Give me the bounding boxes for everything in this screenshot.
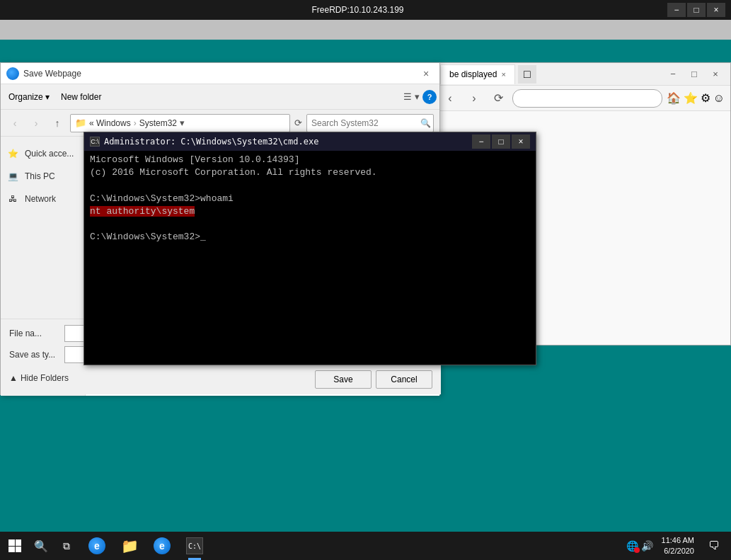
ie-pin[interactable]: e bbox=[81, 532, 113, 560]
notification-button[interactable]: 🗨 bbox=[703, 532, 725, 560]
browser-controls: − □ × bbox=[664, 67, 725, 82]
sidebar-item-network[interactable]: 🖧 Network bbox=[1, 188, 85, 210]
cmd-line5: nt authority\system bbox=[90, 205, 530, 218]
forward-button[interactable]: › bbox=[28, 115, 45, 132]
browser-tab-close[interactable]: × bbox=[501, 70, 505, 79]
favorites-icon[interactable]: ⭐ bbox=[684, 91, 698, 105]
organize-button[interactable]: Organize ▾ bbox=[4, 87, 54, 107]
quick-access-label: Quick acce... bbox=[25, 149, 74, 159]
network-error-badge bbox=[634, 547, 640, 553]
dialog-title-text: Save Webpage bbox=[23, 69, 81, 79]
cmd-title-text: Administrator: C:\Windows\System32\cmd.e… bbox=[104, 137, 318, 147]
cmd-controls: − □ × bbox=[472, 135, 530, 149]
search-input[interactable] bbox=[311, 118, 418, 128]
browser-minimize-btn[interactable]: − bbox=[664, 67, 682, 82]
ie2-pin[interactable]: e bbox=[146, 532, 178, 560]
settings-icon[interactable]: ⚙ bbox=[701, 91, 710, 105]
title-bar-text: FreeRDP:10.10.243.199 bbox=[48, 5, 667, 15]
task-view-icon: ⧉ bbox=[63, 540, 70, 552]
browser-refresh-btn[interactable]: ⟳ bbox=[488, 88, 508, 108]
title-bar: FreeRDP:10.10.243.199 − □ × bbox=[0, 0, 731, 20]
maximize-button[interactable]: □ bbox=[687, 3, 706, 17]
cmd-highlighted-text: nt authority\system bbox=[90, 206, 195, 217]
dialog-close-button[interactable]: × bbox=[418, 66, 434, 81]
view-dropdown-btn[interactable]: ▾ bbox=[415, 91, 420, 102]
ie2-pin-icon: e bbox=[154, 537, 171, 554]
cmd-maximize-btn[interactable]: □ bbox=[492, 135, 510, 149]
star-icon: ⭐ bbox=[6, 147, 19, 160]
cmd-icon: C:\ bbox=[90, 137, 100, 147]
cmd-window: C:\ Administrator: C:\Windows\System32\c… bbox=[84, 132, 536, 365]
view-buttons: ☰ ▾ ? bbox=[403, 90, 437, 104]
taskbar-clock[interactable]: 11:46 AM 6/2/2020 bbox=[656, 535, 700, 557]
cmd-pin[interactable]: C:\ bbox=[178, 532, 211, 560]
tray-icons: 🌐 🔊 bbox=[626, 540, 653, 552]
cmd-line2: (c) 2016 Microsoft Corporation. All righ… bbox=[90, 166, 530, 179]
browser-titlebar: be displayed × □ − □ × bbox=[434, 63, 730, 86]
browser-forward-btn[interactable]: › bbox=[464, 88, 484, 108]
dialog-title-left: Save Webpage bbox=[6, 67, 81, 80]
savetype-label: Save as ty... bbox=[9, 350, 59, 360]
browser-back-btn[interactable]: ‹ bbox=[440, 88, 460, 108]
cancel-button[interactable]: Cancel bbox=[376, 370, 432, 389]
cmd-pin-icon: C:\ bbox=[186, 537, 203, 554]
view-help-btn[interactable]: ? bbox=[422, 90, 437, 104]
bottom-actions-row: ▲ Hide Folders Save Cancel bbox=[9, 367, 432, 389]
browser-toolbar: ‹ › ⟳ 🏠 ⭐ ⚙ ☺ bbox=[434, 86, 730, 111]
address-box[interactable]: 📁 « Windows › System32 ▾ bbox=[70, 114, 290, 132]
hide-folders-button[interactable]: ▲ Hide Folders bbox=[9, 373, 69, 383]
search-button[interactable]: 🔍 bbox=[420, 118, 431, 128]
sidebar-item-quick-access[interactable]: ⭐ Quick acce... bbox=[1, 142, 85, 165]
address-dropdown-btn[interactable]: ▾ bbox=[180, 118, 185, 128]
close-button[interactable]: × bbox=[707, 3, 725, 17]
refresh-button[interactable]: ⟳ bbox=[294, 118, 302, 128]
new-tab-btn[interactable]: □ bbox=[518, 65, 536, 84]
cmd-line7: C:\Windows\System32>_ bbox=[90, 231, 530, 244]
sidebar-item-this-pc[interactable]: 💻 This PC bbox=[1, 165, 85, 188]
notification-icon: 🗨 bbox=[708, 539, 720, 552]
search-button-taskbar[interactable]: 🔍 bbox=[30, 532, 52, 560]
title-bar-controls: − □ × bbox=[667, 3, 725, 17]
browser-maximize-btn[interactable]: □ bbox=[685, 67, 703, 82]
network-tray-icon[interactable]: 🌐 bbox=[626, 540, 638, 552]
taskbar: 🔍 ⧉ e 📁 e C:\ 🌐 🔊 11:46 bbox=[0, 532, 731, 560]
clock-time: 11:46 AM bbox=[662, 535, 694, 546]
collapse-icon: ▲ bbox=[9, 373, 18, 383]
ie-pin-icon: e bbox=[88, 537, 105, 554]
save-button[interactable]: Save bbox=[315, 370, 372, 389]
search-box[interactable]: 🔍 bbox=[306, 114, 434, 132]
cmd-minimize-btn[interactable]: − bbox=[472, 135, 490, 149]
dialog-toolbar: Organize ▾ New folder ☰ ▾ ? bbox=[1, 84, 439, 110]
breadcrumb-windows: « Windows bbox=[89, 118, 131, 128]
volume-tray-icon[interactable]: 🔊 bbox=[641, 540, 653, 552]
browser-close-btn[interactable]: × bbox=[706, 67, 725, 82]
home-icon[interactable]: 🏠 bbox=[667, 91, 681, 105]
emoji-icon[interactable]: ☺ bbox=[713, 92, 725, 105]
network-label: Network bbox=[25, 194, 56, 204]
system-tray: 🌐 🔊 11:46 AM 6/2/2020 🗨 bbox=[626, 532, 731, 560]
cmd-close-btn[interactable]: × bbox=[512, 135, 530, 149]
task-view-button[interactable]: ⧉ bbox=[52, 532, 81, 560]
search-icon-taskbar: 🔍 bbox=[34, 539, 48, 553]
breadcrumb-system32: System32 bbox=[139, 118, 177, 128]
explorer-pin[interactable]: 📁 bbox=[113, 532, 146, 560]
desktop: be displayed × □ − □ × ‹ › ⟳ 🏠 ⭐ ⚙ ☺ bbox=[0, 40, 731, 552]
folder-icon: 📁 bbox=[75, 118, 86, 128]
cmd-line4: C:\Windows\System32>whoami bbox=[90, 193, 530, 205]
browser-tab[interactable]: be displayed × bbox=[440, 64, 515, 84]
taskbar-pinned: e 📁 e C:\ bbox=[81, 532, 211, 560]
browser-tab-text: be displayed bbox=[449, 69, 497, 79]
filename-label: File na... bbox=[9, 328, 59, 338]
browser-address-bar[interactable] bbox=[512, 89, 662, 108]
up-button[interactable]: ↑ bbox=[49, 115, 66, 132]
minimize-button[interactable]: − bbox=[667, 3, 686, 17]
cmd-content[interactable]: Microsoft Windows [Version 10.0.14393] (… bbox=[84, 151, 536, 366]
dialog-titlebar: Save Webpage × bbox=[1, 63, 439, 84]
start-button[interactable] bbox=[0, 532, 30, 560]
new-folder-button[interactable]: New folder bbox=[56, 87, 106, 107]
view-list-btn[interactable]: ☰ bbox=[403, 91, 412, 102]
cmd-title-left: C:\ Administrator: C:\Windows\System32\c… bbox=[90, 137, 318, 147]
bottom-actions: Save Cancel bbox=[315, 370, 432, 389]
back-button[interactable]: ‹ bbox=[6, 115, 23, 132]
cmd-line1: Microsoft Windows [Version 10.0.14393] bbox=[90, 154, 530, 166]
